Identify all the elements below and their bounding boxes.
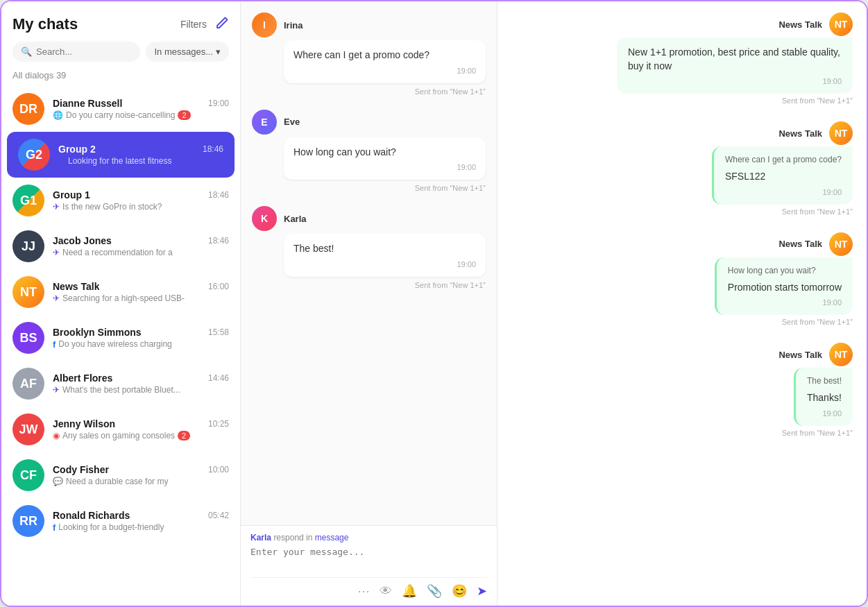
right-message-sender: News Talk [778,239,822,249]
right-message-text: SFSL122 [725,170,842,184]
dropdown-label: In messages... [154,46,213,57]
message-avatar: K [252,206,277,231]
reply-sender: Karla [250,533,271,542]
chat-preview: f Looking for a budget-friendly [53,522,229,533]
filters-button[interactable]: Filters [180,19,207,30]
message-msg-eve: E Eve How long can you wait? 19:00 Sent … [252,110,486,193]
middle-messages: I Irina Where can I get a promo code? 19… [241,1,497,525]
chat-name: Albert Flores [53,373,112,384]
right-message-time: 19:00 [728,298,842,307]
send-icon[interactable]: ➤ [477,583,487,599]
message-text: The best! [293,242,476,256]
message-sender: Karla [284,214,307,224]
message-sender: Irina [284,20,303,31]
reply-area: Karla respond in message ⋯ 👁 🔔 📎 😊 ➤ [241,525,497,606]
source-icon: 💬 [53,477,63,486]
right-message-sender: News Talk [778,350,822,360]
search-dropdown[interactable]: In messages... ▾ [146,42,229,62]
message-time: 19:00 [457,67,476,75]
right-message-right-msg-3: News Talk NT How long can you wait? Prom… [511,232,853,327]
chat-time: 18:46 [208,190,229,200]
sidebar-header-actions: Filters [180,16,229,33]
search-input[interactable] [36,46,132,57]
right-message-avatar: NT [829,232,853,256]
source-icon: ✈ [53,293,60,303]
search-icon: 🔍 [21,46,32,57]
chat-item-jacob-jones[interactable]: JJ Jacob Jones 18:46 ✈ Need a recommenda… [1,223,240,269]
source-icon: f [53,522,56,533]
message-source: Sent from "New 1+1" [252,184,486,192]
middle-panel: I Irina Where can I get a promo code? 19… [241,1,497,606]
message-avatar: I [252,12,277,37]
right-message-text: Promotion starts tomorrow [728,281,842,295]
right-message-time: 19:00 [725,188,842,196]
message-bubble: Where can I get a promo code? 19:00 [284,40,486,83]
unread-badge: 2 [178,431,190,441]
dots-icon[interactable]: ⋯ [357,583,370,599]
chat-time: 14:46 [208,373,229,383]
dialogs-count: All dialogs 39 [1,70,240,86]
quote-text: The best! [807,376,842,386]
right-message-source: Sent from "New 1+1" [782,318,853,326]
right-message-bubble: How long can you wait? Promotion starts … [715,257,853,316]
chat-name: Cody Fisher [53,464,109,475]
chat-item-cody-fisher[interactable]: CF Cody Fisher 10:00 💬 Need a durable ca… [1,452,240,498]
right-message-avatar: NT [829,121,853,145]
chat-name: Jenny Wilson [53,418,115,429]
reply-link[interactable]: message [315,533,349,542]
chat-time: 16:00 [208,282,229,291]
message-sender: Eve [284,117,300,127]
reply-label: Karla respond in message [250,533,487,542]
chat-preview: ✈ What's the best portable Bluet... [53,385,229,395]
message-source: Sent from "New 1+1" [252,87,486,96]
right-message-time: 19:00 [807,409,842,418]
eye-icon[interactable]: 👁 [380,584,392,599]
chat-item-news-talk[interactable]: NT News Talk 16:00 ✈ Searching for a hig… [1,269,240,315]
chat-preview: 🌐 Do you carry noise-cancelling 2 [53,110,229,120]
chat-preview: ✈ Looking for the latest fitness [58,156,223,166]
search-input-wrap: 🔍 [12,42,140,62]
source-icon: ◉ [53,431,60,441]
chat-item-dianne-russell[interactable]: DR Dianne Russell 19:00 🌐 Do you carry n… [1,86,240,132]
right-message-sender: News Talk [778,128,822,139]
chat-item-brooklyn-simmons[interactable]: BS Brooklyn Simmons 15:58 f Do you have … [1,315,240,361]
chat-time: 18:46 [208,236,229,246]
message-bubble: How long can you wait? 19:00 [284,137,486,180]
message-avatar: E [252,110,277,135]
unread-badge: 2 [178,110,190,120]
sidebar-title: My chats [12,15,78,33]
chat-time: 05:42 [208,511,229,520]
chat-item-ronald-richards[interactable]: RR Ronald Richards 05:42 f Looking for a… [1,498,240,544]
chat-item-albert-flores[interactable]: AF Albert Flores 14:46 ✈ What's the best… [1,361,240,407]
message-time: 19:00 [457,260,476,268]
chat-item-group-2[interactable]: G2 Group 2 18:46 ✈ Looking for the lates… [7,132,235,178]
bell-icon[interactable]: 🔔 [402,583,417,599]
message-time: 19:00 [457,163,476,171]
chat-item-group-1[interactable]: G1 Group 1 18:46 ✈ Is the new GoPro in s… [1,178,240,223]
right-message-text: Thanks! [807,391,842,405]
chat-info: Brooklyn Simmons 15:58 f Do you have wir… [53,327,229,350]
chat-time: 19:00 [208,99,229,108]
right-message-sender: News Talk [778,19,822,30]
chat-name: Brooklyn Simmons [53,327,142,338]
right-message-bubble: New 1+1 promotion, best price and stable… [617,37,853,94]
right-message-source: Sent from "New 1+1" [782,429,853,437]
chat-time: 10:25 [208,419,229,429]
message-text: How long can you wait? [293,146,476,160]
quote-text: Where can I get a promo code? [725,155,842,164]
chat-name: News Talk [53,281,99,292]
right-message-bubble: Where can I get a promo code? SFSL122 19… [712,146,853,205]
compose-icon[interactable] [215,16,229,33]
emoji-icon[interactable]: 😊 [452,583,467,599]
chat-info: Group 2 18:46 ✈ Looking for the latest f… [58,144,223,166]
chat-info: Jacob Jones 18:46 ✈ Need a recommendatio… [53,235,229,257]
chat-item-jenny-wilson[interactable]: JW Jenny Wilson 10:25 ◉ Any sales on gam… [1,407,240,452]
app-container: My chats Filters 🔍 In messages... ▾ A [0,0,868,607]
chat-preview: ✈ Searching for a high-speed USB- [53,293,229,303]
right-message-bubble: The best! Thanks! 19:00 [794,368,853,426]
message-input[interactable] [250,547,487,567]
right-panel: News Talk NT New 1+1 promotion, best pri… [497,1,867,606]
right-message-time: 19:00 [628,77,842,85]
chat-preview: 💬 Need a durable case for my [53,477,229,486]
attach-icon[interactable]: 📎 [427,583,442,599]
